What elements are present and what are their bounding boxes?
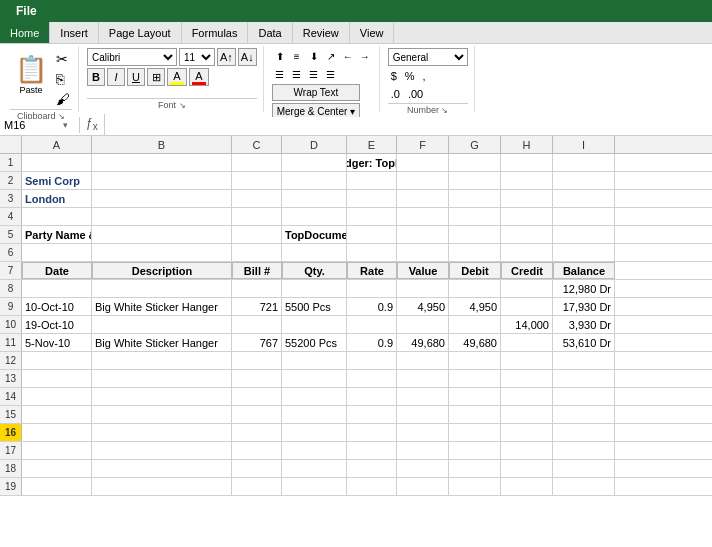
cell-r12-c2[interactable] (92, 352, 232, 369)
cell-r4-c5[interactable] (347, 208, 397, 225)
cell-r10-c4[interactable] (282, 316, 347, 333)
cell-r19-c7[interactable] (449, 478, 501, 495)
cell-r18-c5[interactable] (347, 460, 397, 477)
ribbon-tab-home[interactable]: Home (0, 22, 50, 43)
cell-r4-c7[interactable] (449, 208, 501, 225)
cell-r14-c2[interactable] (92, 388, 232, 405)
cell-r2-c4[interactable] (282, 172, 347, 189)
percent-button[interactable]: % (402, 68, 418, 84)
cell-r14-c5[interactable] (347, 388, 397, 405)
cell-r9-c3[interactable]: 721 (232, 298, 282, 315)
cell-r8-c6[interactable] (397, 280, 449, 297)
cell-ref-input[interactable] (4, 119, 59, 131)
cell-r6-c9[interactable] (553, 244, 615, 261)
cell-r12-c4[interactable] (282, 352, 347, 369)
cell-r1-c1[interactable] (22, 154, 92, 171)
align-center-button[interactable]: ☰ (289, 66, 305, 82)
cell-r10-c2[interactable] (92, 316, 232, 333)
cell-r12-c9[interactable] (553, 352, 615, 369)
cell-r9-c1[interactable]: 10-Oct-10 (22, 298, 92, 315)
cell-r2-c7[interactable] (449, 172, 501, 189)
cell-r8-c8[interactable] (501, 280, 553, 297)
cell-r3-c1[interactable]: London (22, 190, 92, 207)
cell-r18-c9[interactable] (553, 460, 615, 477)
font-size-select[interactable]: 11 (179, 48, 215, 66)
cell-r2-c2[interactable] (92, 172, 232, 189)
cell-r8-c4[interactable] (282, 280, 347, 297)
cell-r1-c5[interactable]: General Ledger: TopDocuments (347, 154, 397, 171)
cell-r4-c2[interactable] (92, 208, 232, 225)
dollar-button[interactable]: $ (388, 68, 400, 84)
cell-r19-c4[interactable] (282, 478, 347, 495)
cell-r5-c9[interactable] (553, 226, 615, 243)
cell-r11-c6[interactable]: 49,680 (397, 334, 449, 351)
cell-r6-c8[interactable] (501, 244, 553, 261)
cell-r7-c1[interactable]: Date (22, 262, 92, 279)
cell-r7-c6[interactable]: Value (397, 262, 449, 279)
cell-r10-c1[interactable]: 19-Oct-10 (22, 316, 92, 333)
cell-r18-c3[interactable] (232, 460, 282, 477)
cell-r1-c4[interactable] (282, 154, 347, 171)
align-right-button[interactable]: ☰ (306, 66, 322, 82)
cell-r2-c1[interactable]: Semi Corp (22, 172, 92, 189)
cell-r15-c5[interactable] (347, 406, 397, 423)
cell-r11-c8[interactable] (501, 334, 553, 351)
cell-r7-c2[interactable]: Description (92, 262, 232, 279)
cell-r15-c6[interactable] (397, 406, 449, 423)
ribbon-tab-insert[interactable]: Insert (50, 22, 99, 43)
increase-font-button[interactable]: A↑ (217, 48, 236, 66)
cell-r6-c1[interactable] (22, 244, 92, 261)
format-painter-button[interactable]: 🖌 (54, 90, 72, 108)
cell-r1-c6[interactable] (397, 154, 449, 171)
cell-r5-c7[interactable] (449, 226, 501, 243)
cell-r10-c3[interactable] (232, 316, 282, 333)
cell-r15-c9[interactable] (553, 406, 615, 423)
cell-r6-c4[interactable] (282, 244, 347, 261)
align-middle-button[interactable]: ≡ (289, 48, 305, 64)
ribbon-tab-review[interactable]: Review (293, 22, 350, 43)
cell-r10-c7[interactable] (449, 316, 501, 333)
cell-r9-c4[interactable]: 5500 Pcs (282, 298, 347, 315)
cell-r12-c6[interactable] (397, 352, 449, 369)
cell-r3-c9[interactable] (553, 190, 615, 207)
cell-r4-c6[interactable] (397, 208, 449, 225)
cell-r8-c5[interactable] (347, 280, 397, 297)
cell-r4-c3[interactable] (232, 208, 282, 225)
cell-r10-c9[interactable]: 3,930 Dr (553, 316, 615, 333)
cell-r15-c1[interactable] (22, 406, 92, 423)
cell-r14-c6[interactable] (397, 388, 449, 405)
align-bottom-button[interactable]: ⬇ (306, 48, 322, 64)
cell-r16-c6[interactable] (397, 424, 449, 441)
cell-r1-c7[interactable] (449, 154, 501, 171)
cell-r11-c7[interactable]: 49,680 (449, 334, 501, 351)
comma-button[interactable]: , (420, 68, 429, 84)
cell-r7-c3[interactable]: Bill # (232, 262, 282, 279)
indent-increase-button[interactable]: → (357, 48, 373, 64)
decrease-font-button[interactable]: A↓ (238, 48, 257, 66)
cell-r17-c9[interactable] (553, 442, 615, 459)
cell-r9-c5[interactable]: 0.9 (347, 298, 397, 315)
cell-r1-c2[interactable] (92, 154, 232, 171)
cell-r13-c9[interactable] (553, 370, 615, 387)
cell-r3-c6[interactable] (397, 190, 449, 207)
cell-r19-c5[interactable] (347, 478, 397, 495)
cell-r9-c7[interactable]: 4,950 (449, 298, 501, 315)
cell-r3-c7[interactable] (449, 190, 501, 207)
cell-r12-c5[interactable] (347, 352, 397, 369)
dec-decimal-button[interactable]: .00 (405, 86, 426, 102)
cell-r15-c2[interactable] (92, 406, 232, 423)
ribbon-tab-formulas[interactable]: Formulas (182, 22, 249, 43)
cell-r11-c5[interactable]: 0.9 (347, 334, 397, 351)
cell-r18-c4[interactable] (282, 460, 347, 477)
cut-button[interactable]: ✂ (54, 50, 72, 68)
cell-r11-c4[interactable]: 55200 Pcs (282, 334, 347, 351)
cell-r5-c2[interactable] (92, 226, 232, 243)
cell-r13-c2[interactable] (92, 370, 232, 387)
cell-r13-c4[interactable] (282, 370, 347, 387)
cell-r7-c4[interactable]: Qty. (282, 262, 347, 279)
font-family-select[interactable]: Calibri (87, 48, 177, 66)
cell-r16-c5[interactable] (347, 424, 397, 441)
cell-r9-c6[interactable]: 4,950 (397, 298, 449, 315)
cell-r5-c5[interactable] (347, 226, 397, 243)
cell-r11-c1[interactable]: 5-Nov-10 (22, 334, 92, 351)
